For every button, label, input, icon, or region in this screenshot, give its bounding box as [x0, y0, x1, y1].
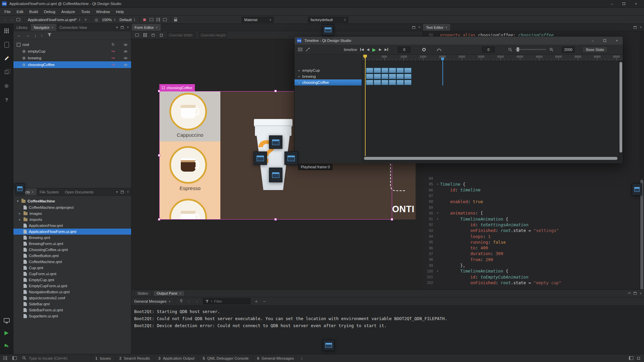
scrollbar-thumb[interactable]	[364, 157, 618, 160]
split-editor-icon[interactable]	[634, 26, 637, 29]
tab-close-icon[interactable]: ×	[179, 292, 181, 295]
eye-icon[interactable]	[120, 57, 131, 60]
menu-debug[interactable]: Debug	[41, 10, 58, 14]
menu-edit[interactable]: Edit	[14, 10, 26, 14]
keyframe-segment[interactable]	[396, 68, 404, 73]
keyframe-segment[interactable]	[366, 68, 373, 73]
navigator-item-root[interactable]: root↻	[13, 41, 131, 48]
project-file-applicationflowform-ui-qml[interactable]: ApplicationFlowForm.ui.qml	[13, 229, 131, 235]
selection-handle[interactable]	[158, 154, 160, 157]
menu-analyze[interactable]: Analyze	[58, 10, 78, 14]
current-frame-field[interactable]: 0	[398, 47, 411, 53]
project-file-brewing-qml[interactable]: Brewing.qml	[13, 235, 131, 241]
zoom-out-icon[interactable]	[508, 48, 512, 52]
zoom-out-icon[interactable]: −	[262, 299, 267, 304]
timeline-vscrollbar[interactable]	[619, 61, 623, 155]
keyframe-segment[interactable]	[396, 80, 404, 85]
selection-handle[interactable]	[274, 218, 277, 221]
status-button-issues[interactable]: 1Issues	[91, 354, 115, 362]
output-window-icon[interactable]	[637, 357, 640, 360]
move-down-icon[interactable]: ↓	[34, 33, 37, 38]
menu-file[interactable]: File	[1, 10, 14, 14]
sort-arrows-icon[interactable]: ↕	[301, 356, 303, 361]
tab-close-icon[interactable]: ×	[52, 26, 53, 29]
fold-marker[interactable]: ▾	[435, 218, 440, 221]
eye-icon[interactable]	[120, 63, 131, 66]
projects-tab-file-system[interactable]: File System	[37, 188, 62, 195]
layout-grid-icon[interactable]	[156, 18, 160, 21]
project-file-applicationflow-qml[interactable]: ApplicationFlow.qml	[13, 223, 131, 229]
pin-icon[interactable]	[179, 299, 183, 304]
close-panel-icon[interactable]: ×	[418, 25, 420, 29]
expand-icon[interactable]: ▸	[299, 81, 300, 84]
code-line[interactable]: 94 loops: 1	[423, 233, 640, 239]
close-panel-icon[interactable]: ×	[127, 190, 129, 194]
project-file-imports[interactable]: ▸imports	[13, 217, 131, 223]
back-icon[interactable]: ‹	[3, 17, 7, 22]
project-file-sidebarform-ui-qml[interactable]: SideBarForm.ui.qml	[13, 307, 131, 313]
project-file-sidebar-qml[interactable]: SideBar.qml	[13, 301, 131, 307]
zoom-in-icon[interactable]: +	[254, 299, 259, 304]
apps-grid-icon[interactable]	[3, 27, 10, 35]
keyframe-segment[interactable]	[381, 74, 389, 79]
selection-tag[interactable]: choosingCoffee	[159, 84, 195, 91]
toggle-left-sidebar-icon[interactable]	[10, 355, 19, 362]
code-line[interactable]: 86 id: timeline	[423, 187, 640, 193]
keyframe-segment[interactable]	[366, 74, 373, 79]
lock-icon[interactable]	[173, 18, 178, 21]
keyframe-segment[interactable]	[389, 74, 396, 79]
navigator-tab-library[interactable]: Library	[13, 24, 31, 31]
prev-item-icon[interactable]: ‹	[187, 299, 191, 304]
dock-indicator-edge-bottom[interactable]	[323, 340, 334, 351]
timeline-ruler[interactable]: 5001000150020002500300035004000450050005…	[362, 55, 623, 61]
dock-indicator-edge-left[interactable]	[15, 183, 25, 194]
keyframe-segment[interactable]	[404, 74, 412, 79]
tab-close-icon[interactable]: ×	[445, 26, 447, 29]
code-line[interactable]: 92 id: toSettingsAnimation	[423, 222, 640, 228]
code-line[interactable]: 84	[423, 175, 640, 181]
keyframe-segment[interactable]	[404, 68, 412, 73]
run-button[interactable]: ▶	[3, 329, 10, 336]
code-line[interactable]: 87	[423, 193, 640, 199]
close-button[interactable]: ×	[630, 0, 642, 7]
timeline-window[interactable]: DS Timeline - Qt Design Studio – × timel…	[294, 36, 623, 163]
dock-indicator-right[interactable]	[284, 152, 298, 165]
keyframe-bar-emptycup[interactable]	[366, 68, 412, 73]
tab-close-icon[interactable]: ×	[156, 26, 157, 29]
filter-icon[interactable]	[47, 33, 52, 38]
eye-icon[interactable]	[120, 50, 131, 53]
code-line[interactable]: 85▾Timeline {	[423, 181, 640, 187]
expand-icon[interactable]: ▸	[18, 218, 21, 221]
dock-indicator-edge-right[interactable]	[632, 183, 642, 195]
zoom-level-select[interactable]: 100% ▴▾	[101, 18, 116, 22]
menu-window[interactable]: Window	[93, 10, 113, 14]
fold-marker[interactable]: ▾	[435, 212, 440, 215]
project-file-navigationbutton-ui-qml[interactable]: NavigationButton.ui.qml	[13, 289, 131, 295]
code-line[interactable]: 90▾ animations: [	[423, 210, 640, 216]
project-file-cupform-ui-qml[interactable]: CupForm.ui.qml	[13, 271, 131, 277]
keyframe-segment[interactable]	[381, 80, 389, 85]
close-panel-icon[interactable]: ×	[127, 25, 129, 29]
code-line[interactable]: 101 id: toEmptyCubAnimation	[423, 274, 640, 280]
code-line[interactable]: 91▾ TimelineAnimation {	[423, 216, 640, 222]
play-button[interactable]: ▶	[372, 47, 376, 52]
layout-rows-icon[interactable]	[149, 18, 154, 21]
menu-help[interactable]: Help	[113, 10, 127, 14]
end-frame-field[interactable]: 2000	[562, 47, 575, 53]
navigator-item-choosingcoffee[interactable]: choosingCoffee↪	[13, 61, 131, 68]
select-tool-icon[interactable]	[135, 34, 139, 37]
record-icon[interactable]	[422, 48, 426, 51]
code-line[interactable]: 89	[423, 204, 640, 210]
close-panel-icon[interactable]: ×	[640, 25, 642, 29]
zoom-target-icon[interactable]: ◎	[94, 17, 99, 22]
keyframe-segment[interactable]	[404, 80, 412, 85]
dock-indicator-top[interactable]	[269, 135, 282, 149]
continue-button-fragment[interactable]: ONTI	[392, 204, 415, 215]
output-channel-select[interactable]: General Messages ▾	[134, 299, 170, 303]
move-up-icon[interactable]: ↑	[41, 33, 43, 38]
status-button-application-output[interactable]: 3Application Output	[154, 354, 198, 362]
float-panel-icon[interactable]	[412, 26, 415, 29]
playhead-line[interactable]	[365, 55, 366, 156]
project-file-cup-qml[interactable]: Cup.qml	[13, 265, 131, 271]
theme-select[interactable]: Material ▾	[241, 17, 274, 23]
